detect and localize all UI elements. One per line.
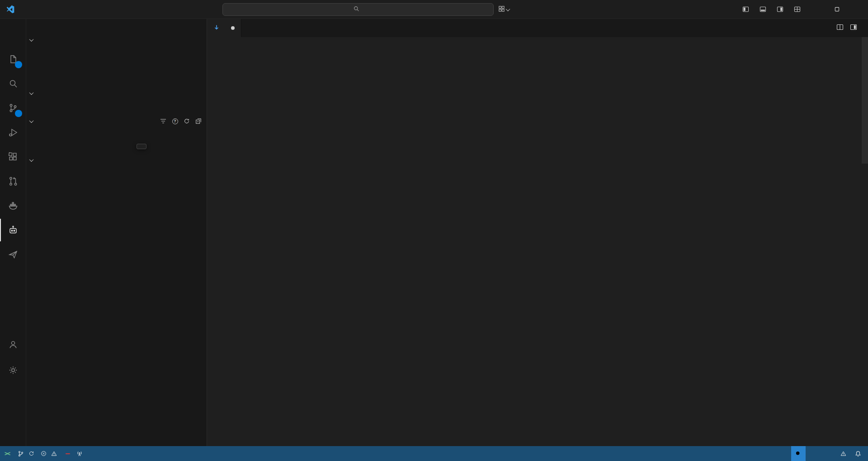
activity-docker-icon[interactable]	[0, 194, 26, 217]
titlebar	[0, 0, 868, 19]
radio-tower-icon	[76, 451, 83, 457]
activity-bar	[0, 19, 26, 446]
modified-dot-icon[interactable]	[231, 26, 235, 30]
cursor-position[interactable]	[806, 446, 812, 461]
explorer-badge	[15, 61, 22, 68]
warning-icon	[840, 451, 846, 456]
problems-badge-item[interactable]	[62, 446, 73, 461]
search-icon	[354, 6, 359, 13]
view-output-tooltip	[137, 144, 146, 149]
ports-item[interactable]	[73, 446, 88, 461]
editor-actions	[836, 19, 863, 37]
filter-icon[interactable]	[159, 117, 168, 126]
forward-arrow-icon[interactable]	[41, 9, 50, 10]
notifications-bell-icon[interactable]	[852, 446, 864, 461]
editor-content[interactable]	[207, 38, 836, 446]
section-components[interactable]	[26, 34, 207, 45]
command-center-search[interactable]	[222, 3, 494, 16]
vscode-window: ?	[0, 0, 868, 461]
log-file-icon	[213, 24, 220, 32]
eol-sequence[interactable]	[825, 446, 831, 461]
toggle-layout-icon[interactable]	[850, 24, 857, 33]
account-icon[interactable]	[0, 333, 26, 356]
back-arrow-icon[interactable]	[31, 9, 40, 10]
toggle-panel-icon[interactable]	[754, 0, 771, 19]
error-icon	[41, 451, 47, 456]
section-history[interactable]: ?	[26, 116, 207, 127]
settings-gear-icon[interactable]	[0, 359, 26, 381]
sidebar-github-local-actions: ?	[26, 19, 207, 446]
split-editor-icon[interactable]	[836, 24, 844, 33]
activity-extensions-icon[interactable]	[0, 146, 26, 168]
minimize-button[interactable]	[806, 0, 826, 19]
toggle-sidebar-icon[interactable]	[737, 0, 754, 19]
help-icon[interactable]: ?	[170, 117, 179, 126]
warning-icon	[51, 451, 57, 456]
activity-pull-requests-icon[interactable]	[0, 170, 26, 193]
titlebar-right	[737, 0, 868, 19]
minimap[interactable]	[839, 38, 861, 446]
activity-explorer-icon[interactable]	[0, 48, 26, 71]
chevron-down-icon	[29, 90, 34, 95]
chevron-down-icon	[506, 7, 510, 11]
language-mode[interactable]	[831, 446, 837, 461]
indentation[interactable]	[812, 446, 818, 461]
sync-icon	[28, 451, 34, 456]
tab-bar	[207, 19, 868, 37]
editor-body	[207, 37, 868, 446]
refresh-icon[interactable]	[182, 117, 191, 126]
toggle-secondary-sidebar-icon[interactable]	[771, 0, 788, 19]
search-icon	[795, 451, 802, 457]
status-bar: ><	[0, 446, 868, 461]
section-settings[interactable]	[26, 155, 207, 165]
activity-github-local-actions-icon[interactable]	[0, 219, 26, 241]
close-window-button[interactable]	[847, 0, 868, 19]
activity-deploy-icon[interactable]	[0, 243, 26, 266]
section-workflows[interactable]	[26, 88, 207, 99]
command-center	[222, 3, 509, 16]
activity-source-control-icon[interactable]	[0, 97, 26, 119]
problems-badge	[66, 453, 70, 454]
titlebar-left	[0, 4, 50, 15]
encoding[interactable]	[818, 446, 825, 461]
customize-layout-icon[interactable]	[788, 0, 806, 19]
remote-indicator[interactable]: ><	[0, 451, 14, 457]
overview-ruler	[862, 37, 868, 446]
chevron-down-icon	[29, 37, 34, 42]
branch-item[interactable]	[14, 446, 38, 461]
spell-checker-item[interactable]	[837, 446, 852, 461]
workbench: ?	[0, 19, 868, 446]
profile-switcher[interactable]	[498, 5, 509, 14]
scm-badge	[15, 110, 22, 117]
editor-group	[207, 19, 868, 446]
search-status-chip[interactable]	[791, 446, 806, 461]
problems-item[interactable]	[38, 446, 62, 461]
scrollbar[interactable]	[862, 37, 868, 164]
vscode-logo-icon[interactable]	[5, 4, 16, 15]
chevron-down-icon	[29, 118, 34, 123]
maximize-button[interactable]	[826, 0, 847, 19]
collapse-all-icon[interactable]	[194, 117, 203, 126]
tab-untitled-1[interactable]	[207, 19, 241, 37]
chevron-down-icon	[29, 157, 34, 162]
activity-search-icon[interactable]	[0, 72, 26, 95]
activity-run-debug-icon[interactable]	[0, 121, 26, 144]
grid-icon	[498, 5, 505, 14]
menubar-more-button[interactable]	[21, 8, 30, 11]
